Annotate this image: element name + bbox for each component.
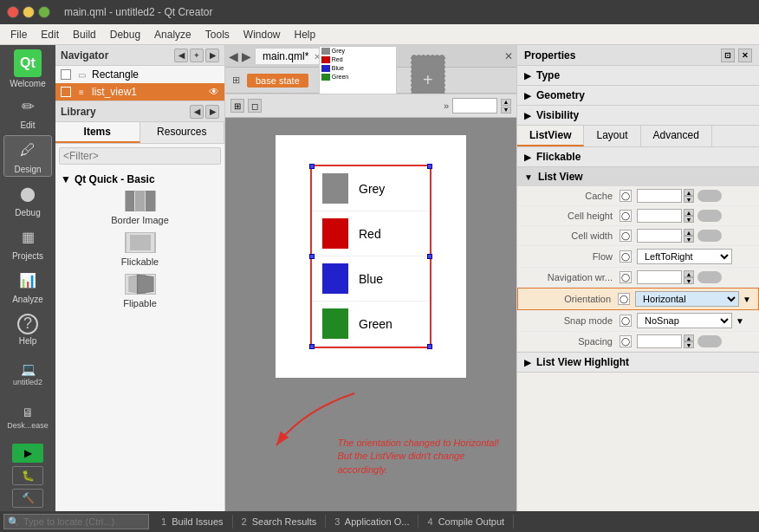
tab-items[interactable]: Items	[55, 122, 140, 143]
tab-layout[interactable]: Layout	[584, 126, 640, 146]
properties-close-button[interactable]: ✕	[738, 49, 752, 62]
tab-resources[interactable]: Resources	[140, 122, 225, 143]
spacing-down-btn[interactable]: ▼	[684, 341, 694, 348]
navigator-add-button[interactable]: +	[190, 49, 204, 62]
sidebar-item-analyze[interactable]: 📊 Analyze	[3, 265, 52, 307]
build-button[interactable]: 🔨	[12, 489, 43, 508]
listview-section-header[interactable]: ▼ List View	[517, 167, 759, 186]
listview-highlight-header[interactable]: ▶ List View Highlight	[517, 353, 759, 372]
drag-handle-bl[interactable]	[309, 344, 315, 349]
close-button[interactable]	[7, 6, 19, 18]
properties-undock-button[interactable]: ⊡	[721, 49, 735, 62]
menu-window[interactable]: Window	[237, 27, 288, 42]
library-item-flickable[interactable]: Flickable	[62, 232, 217, 267]
cellwidth-up-btn[interactable]: ▲	[684, 229, 694, 236]
navwrap-up-btn[interactable]: ▲	[684, 270, 694, 277]
nav-fwd-button[interactable]: ▶	[242, 49, 251, 63]
cache-up-btn[interactable]: ▲	[684, 189, 694, 196]
flow-select[interactable]: LeftToRight TopToBottom	[637, 249, 732, 264]
sidebar-item-design[interactable]: 🖊 Design	[3, 135, 52, 177]
navigator-item-listview[interactable]: ≡ list_view1 👁	[55, 83, 224, 101]
library-next-btn[interactable]: ▶	[205, 105, 219, 119]
cellheight-up-btn[interactable]: ▲	[684, 209, 694, 216]
cellheight-checkbox[interactable]: ◯	[620, 210, 632, 222]
sidebar-item-help[interactable]: ? Help	[3, 308, 52, 350]
file-tab[interactable]: main.qml* ✕	[255, 48, 328, 64]
spacing-input[interactable]: 0	[637, 334, 682, 348]
tab-listview[interactable]: ListView	[517, 126, 584, 146]
drag-handle-tr[interactable]	[427, 164, 432, 169]
sidebar-item-welcome[interactable]: Qt Welcome	[3, 49, 52, 90]
navigator-next-button[interactable]: ▶	[205, 49, 219, 62]
sidebar-item-projects[interactable]: ▦ Projects	[3, 222, 52, 263]
rectangle-checkbox[interactable]	[61, 69, 71, 80]
cellwidth-input[interactable]: 0	[637, 229, 682, 243]
navwrap-checkbox[interactable]: ◯	[620, 271, 632, 283]
drag-handle-mr[interactable]	[427, 254, 432, 259]
menu-tools[interactable]: Tools	[198, 27, 237, 42]
visibility-section-header[interactable]: ▶ Visibility	[517, 106, 759, 125]
sidebar-item-debug[interactable]: ⬤ Debug	[3, 178, 52, 220]
cache-toggle[interactable]	[697, 190, 722, 202]
drag-handle-br[interactable]	[427, 344, 432, 349]
cellheight-down-btn[interactable]: ▼	[684, 216, 694, 223]
sidebar-item-deskease[interactable]: 🖥 Desk...ease	[3, 397, 52, 438]
library-item-borderimage[interactable]: Border Image	[62, 191, 217, 225]
cellheight-toggle[interactable]	[697, 210, 722, 222]
zoom-down-button[interactable]: ▼	[501, 107, 511, 114]
snapmode-select[interactable]: NoSnap SnapToItem SnapOneItem	[637, 313, 732, 328]
sidebar-item-edit[interactable]: ✏ Edit	[3, 92, 52, 133]
flow-checkbox[interactable]: ◯	[620, 250, 632, 263]
navigator-item-rectangle[interactable]: ▭ Rectangle	[55, 66, 224, 83]
navwrap-input[interactable]: 0	[637, 270, 682, 284]
sidebar-item-untitled2[interactable]: 💻 untitled2	[3, 354, 52, 395]
spacing-toggle[interactable]	[697, 335, 722, 347]
library-section-header-qtquick[interactable]: ▼ Qt Quick - Basic	[55, 172, 224, 187]
orientation-select[interactable]: Horizontal Vertical	[635, 291, 739, 307]
cellheight-input[interactable]: 0	[637, 209, 682, 223]
snapmode-checkbox[interactable]: ◯	[620, 315, 632, 327]
library-item-flipable[interactable]: Flipable	[62, 274, 217, 308]
listview-checkbox[interactable]	[61, 87, 71, 97]
debug-run-button[interactable]: 🐛	[12, 466, 43, 485]
navwrap-toggle[interactable]	[697, 271, 722, 283]
navwrap-down-btn[interactable]: ▼	[684, 277, 694, 284]
zoom-input[interactable]: 100 %	[452, 98, 497, 114]
run-button[interactable]: ▶	[12, 444, 43, 463]
bottom-tab-compile[interactable]: 4 Compile Output	[418, 515, 514, 529]
geometry-section-header[interactable]: ▶ Geometry	[517, 86, 759, 105]
bottom-tab-build[interactable]: 1 Build Issues	[152, 515, 233, 529]
type-section-header[interactable]: ▶ Type	[517, 66, 759, 85]
cache-input[interactable]: 0	[637, 189, 682, 203]
cache-down-btn[interactable]: ▼	[684, 196, 694, 203]
menu-debug[interactable]: Debug	[103, 27, 147, 42]
spacing-checkbox[interactable]: ◯	[620, 335, 632, 347]
orientation-checkbox[interactable]: ◯	[618, 293, 630, 305]
menu-edit[interactable]: Edit	[34, 27, 66, 42]
listview-preview[interactable]: Grey Red Blue Green	[310, 165, 431, 348]
close-editor-button[interactable]: ✕	[504, 50, 513, 62]
visibility-icon[interactable]: 👁	[209, 86, 219, 98]
menu-analyze[interactable]: Analyze	[147, 27, 198, 42]
bottom-tab-search[interactable]: 2 Search Results	[233, 515, 327, 529]
cache-checkbox[interactable]: ◯	[620, 190, 632, 202]
search-input[interactable]	[23, 516, 145, 527]
drag-handle-ml[interactable]	[309, 254, 315, 259]
nav-back-button[interactable]: ◀	[229, 49, 238, 63]
bottom-tab-app[interactable]: 3 Application O...	[326, 515, 418, 529]
cellwidth-checkbox[interactable]: ◯	[620, 230, 632, 242]
flickable-section-header[interactable]: ▶ Flickable	[517, 147, 759, 166]
zoom-up-button[interactable]: ▲	[501, 99, 511, 106]
titlebar-buttons[interactable]	[7, 6, 50, 18]
spacing-up-btn[interactable]: ▲	[684, 334, 694, 341]
base-state-button[interactable]: base state	[247, 74, 308, 88]
maximize-button[interactable]	[38, 6, 50, 18]
canvas-fit-button[interactable]: ◻	[248, 99, 262, 113]
cellwidth-toggle[interactable]	[697, 230, 722, 242]
cellwidth-down-btn[interactable]: ▼	[684, 236, 694, 243]
library-prev-btn[interactable]: ◀	[190, 105, 204, 119]
minimize-button[interactable]	[23, 6, 35, 18]
menu-build[interactable]: Build	[66, 27, 103, 42]
tab-advanced[interactable]: Advanced	[641, 126, 712, 146]
menu-help[interactable]: Help	[288, 27, 323, 42]
